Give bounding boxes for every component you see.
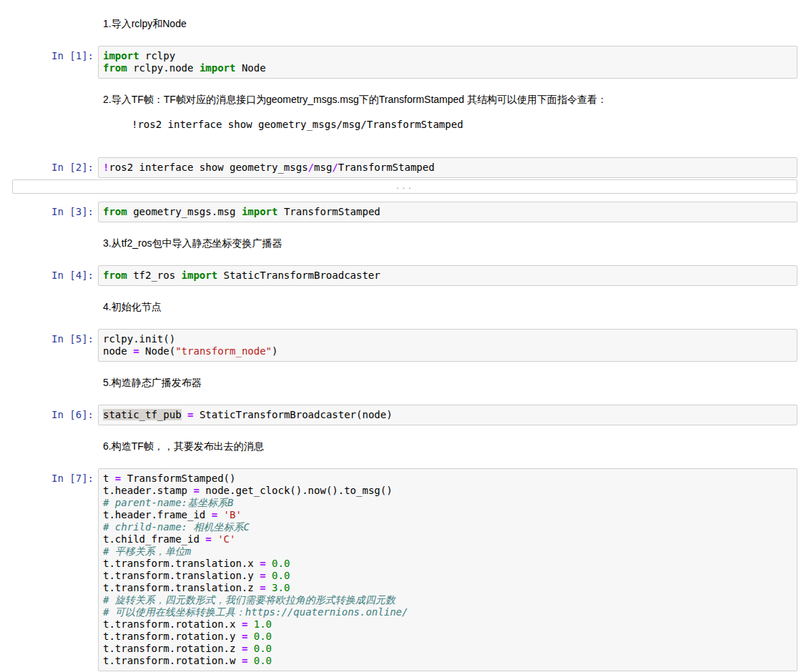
code-token: t.transform.rotation.z [103, 643, 242, 654]
code-token: t.child_frame_id [103, 533, 205, 545]
input-prompt[interactable]: In [4]: [0, 265, 98, 282]
markdown-rendered: 4.初始化节点 [98, 301, 797, 313]
code-token: t.transform.rotation.w [103, 655, 242, 666]
markdown-cell: 3.从tf2_ros包中导入静态坐标变换广播器 [0, 237, 811, 249]
notebook: 1.导入rclpy和NodeIn [1]:import rclpy from r… [0, 0, 811, 671]
input-prompt[interactable]: In [3]: [0, 202, 98, 218]
code-text: from tf2_ros import StaticTransformBroad… [103, 270, 792, 282]
code-token: static_tf_pub [103, 409, 182, 420]
input-prompt[interactable]: In [2]: [0, 157, 98, 174]
code-input[interactable]: !ros2 interface show geometry_msgs/msg/T… [98, 157, 797, 178]
collapsed-output-dots: ... [395, 183, 413, 190]
code-input[interactable]: import rclpy from rclpy.node import Node [98, 46, 797, 79]
code-token: Node( [139, 345, 176, 357]
code-token [247, 643, 253, 654]
input-prompt [0, 18, 98, 22]
code-token: geometry_msgs.msg [127, 206, 242, 217]
code-token: / [332, 162, 338, 173]
code-token: "transform_node" [175, 345, 272, 357]
markdown-paragraph: 3.从tf2_ros包中导入静态坐标变换广播器 [103, 237, 797, 249]
markdown-body: 3.从tf2_ros包中导入静态坐标变换广播器 [98, 237, 797, 249]
code-body: !ros2 interface show geometry_msgs/msg/T… [98, 157, 797, 194]
code-token: msg [314, 162, 332, 173]
code-token: t.transform.translation.z [103, 582, 260, 593]
code-token: TransformStamped [338, 162, 435, 173]
input-prompt [0, 94, 98, 98]
code-token: Node [235, 62, 265, 74]
code-token: rclpy [139, 50, 176, 61]
code-token: from [103, 62, 127, 74]
markdown-paragraph: 1.导入rclpy和Node [103, 18, 797, 30]
code-token: ros2 interface show geometry_msgs [109, 162, 308, 173]
code-token: 0.0 [254, 643, 272, 654]
code-token [266, 558, 272, 569]
code-token: t.header.stamp [103, 485, 193, 496]
markdown-body: 5.构造静态广播发布器 [98, 377, 797, 389]
code-body: from geometry_msgs.msg import TransformS… [98, 202, 797, 222]
input-prompt[interactable]: In [6]: [0, 405, 98, 421]
markdown-cell: 5.构造静态广播发布器 [0, 377, 811, 389]
code-body: from tf2_ros import StaticTransformBroad… [98, 265, 797, 286]
code-cell: In [5]:rclpy.init() node = Node("transfo… [0, 329, 811, 362]
code-text: static_tf_pub = StaticTransformBroadcast… [103, 409, 792, 421]
code-token: StaticTransformBroadcaster(node) [193, 409, 392, 420]
markdown-code-block: !ros2 interface show geometry_msgs/msg/T… [103, 117, 797, 132]
code-token: import [103, 50, 139, 61]
code-token: tf2_ros [127, 270, 182, 281]
input-prompt[interactable]: In [5]: [0, 329, 98, 345]
markdown-body: 2.导入TF帧：TF帧对应的消息接口为geometry_msgs.msg下的Tr… [98, 94, 797, 142]
markdown-body: 1.导入rclpy和Node [98, 18, 797, 30]
code-token: 0.0 [272, 558, 290, 569]
markdown-paragraph: 6.构造TF帧，，其要发布出去的消息 [103, 440, 797, 453]
code-token: 'B' [224, 509, 242, 520]
input-prompt[interactable]: In [1]: [0, 46, 98, 62]
code-token [217, 509, 223, 520]
markdown-rendered: 2.导入TF帧：TF帧对应的消息接口为geometry_msgs.msg下的Tr… [98, 94, 797, 132]
code-input[interactable]: from tf2_ros import StaticTransformBroad… [98, 265, 797, 286]
code-token: import [182, 270, 218, 281]
input-prompt [0, 377, 98, 381]
markdown-cell: 6.构造TF帧，，其要发布出去的消息 [0, 440, 811, 453]
markdown-paragraph: 2.导入TF帧：TF帧对应的消息接口为geometry_msgs.msg下的Tr… [103, 94, 797, 106]
code-token: = [133, 345, 139, 357]
code-token: 3.0 [272, 582, 290, 593]
code-token: = [260, 582, 265, 593]
code-body: rclpy.init() node = Node("transform_node… [98, 329, 797, 362]
code-token: ) [272, 345, 277, 357]
code-input[interactable]: static_tf_pub = StaticTransformBroadcast… [98, 405, 797, 425]
code-token: = [205, 533, 211, 545]
code-token [182, 409, 187, 420]
markdown-cell: 1.导入rclpy和Node [0, 18, 811, 30]
code-text: rclpy.init() node = Node("transform_node… [103, 333, 792, 357]
code-token [266, 570, 272, 581]
code-token: 0.0 [254, 631, 272, 642]
collapsed-output[interactable]: ... [12, 179, 797, 194]
markdown-body: 4.初始化节点 [98, 301, 797, 313]
code-input[interactable]: from geometry_msgs.msg import TransformS… [98, 202, 797, 222]
code-token: TransformStamped [277, 206, 380, 217]
code-token: 0.0 [272, 570, 290, 581]
code-text: from geometry_msgs.msg import TransformS… [103, 206, 792, 218]
code-cell: In [6]:static_tf_pub = StaticTransformBr… [0, 405, 811, 425]
code-token: t.transform.translation.y [103, 570, 260, 581]
code-cell: In [7]:t = TransformStamped() t.header.s… [0, 468, 811, 671]
code-body: import rclpy from rclpy.node import Node [98, 46, 797, 79]
code-token: rclpy.init() [103, 333, 175, 345]
code-token: rclpy.node [127, 62, 200, 74]
code-text: !ros2 interface show geometry_msgs/msg/T… [103, 162, 792, 174]
code-token [212, 533, 217, 545]
code-token: 'C' [217, 533, 235, 545]
code-input[interactable]: rclpy.init() node = Node("transform_node… [98, 329, 797, 362]
code-input[interactable]: t = TransformStamped() t.header.stamp = … [98, 468, 797, 671]
code-token [247, 631, 253, 642]
markdown-paragraph: 4.初始化节点 [103, 301, 797, 313]
markdown-cell: 2.导入TF帧：TF帧对应的消息接口为geometry_msgs.msg下的Tr… [0, 94, 811, 142]
code-token: t.transform.rotation.y [103, 631, 242, 642]
input-prompt [0, 301, 98, 305]
markdown-cell: 4.初始化节点 [0, 301, 811, 313]
code-token: # 旋转关系，四元数形式，我们需要将欧拉角的形式转换成四元数 [103, 594, 395, 606]
code-token: = [260, 558, 265, 569]
input-prompt[interactable]: In [7]: [0, 468, 98, 485]
code-text: t = TransformStamped() t.header.stamp = … [103, 473, 792, 667]
code-token: # 平移关系，单位m [103, 545, 191, 557]
